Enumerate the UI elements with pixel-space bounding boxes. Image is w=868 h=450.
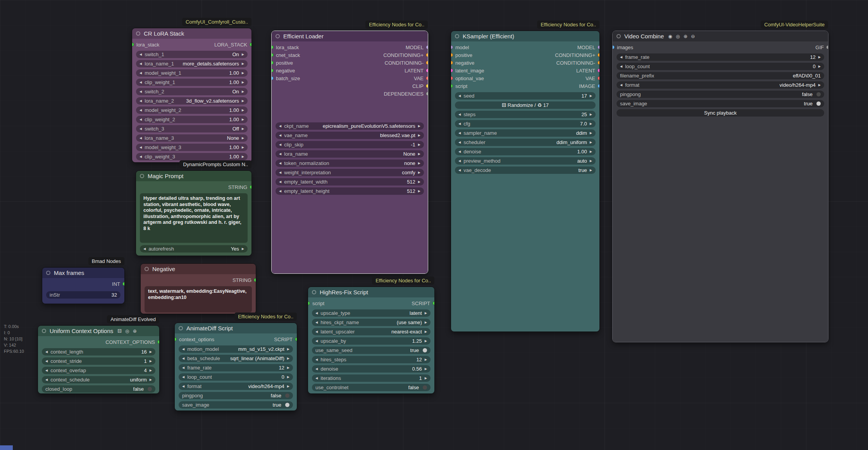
decrement-arrow[interactable]: ◀ (315, 340, 318, 343)
input-port-lora_stack[interactable] (132, 43, 134, 46)
decrement-arrow[interactable]: ◀ (279, 125, 281, 128)
increment-arrow[interactable]: ▶ (425, 358, 427, 361)
widget-weight_interpretation[interactable]: ◀weight_interpretationcomfy▶ (276, 169, 424, 176)
widget-denoise[interactable]: ◀denoise1.00▶ (455, 148, 596, 155)
output-port-lora_stack[interactable] (250, 43, 251, 46)
node-header[interactable]: Uniform Context Options ⚄ ◎ ⊕ (38, 326, 159, 336)
toggle-dot[interactable] (285, 403, 289, 407)
node-highres-fix-script[interactable]: Efficiency Nodes for Co.. HighRes-Fix Sc… (308, 287, 435, 394)
increment-arrow[interactable]: ▶ (418, 180, 420, 184)
decrement-arrow[interactable]: ◀ (458, 113, 461, 116)
input-port-negative[interactable] (272, 69, 274, 72)
input-port-lora_stack[interactable] (272, 45, 274, 49)
output-port-int[interactable] (122, 282, 124, 286)
widget-seed[interactable]: ◀seed17▶ (455, 92, 596, 100)
output-port-model[interactable] (598, 45, 599, 49)
widget-loop_count[interactable]: ◀loop_count0▶ (617, 63, 824, 70)
widget-use_controlnet[interactable]: use_controlnetfalse (312, 384, 431, 391)
increment-arrow[interactable]: ▶ (590, 132, 592, 135)
widget-steps[interactable]: ◀steps25▶ (455, 111, 596, 118)
collapse-dot[interactable] (276, 34, 280, 38)
input-port-positive[interactable] (451, 53, 453, 57)
widget-model_weight_3[interactable]: ◀model_weight_31.00▶ (136, 144, 248, 151)
decrement-arrow[interactable]: ◀ (140, 53, 142, 56)
widget-lora_name_1[interactable]: ◀lora_name_1more_details.safetensors▶ (136, 60, 248, 67)
increment-arrow[interactable]: ▶ (287, 357, 289, 360)
widget-scheduler[interactable]: ◀schedulerddim_uniform▶ (455, 139, 596, 146)
output-port-vae[interactable] (598, 76, 599, 80)
widget-switch_3[interactable]: ◀switch_3Off▶ (136, 125, 248, 132)
collapse-dot[interactable] (455, 34, 459, 38)
input-port-latent_image[interactable] (451, 69, 453, 72)
decrement-arrow[interactable]: ◀ (458, 132, 461, 135)
decrement-arrow[interactable]: ◀ (279, 162, 281, 165)
toggle-dot[interactable] (285, 393, 289, 398)
increment-arrow[interactable]: ▶ (242, 118, 244, 121)
widget-preview_method[interactable]: ◀preview_methodauto▶ (455, 157, 596, 165)
increment-arrow[interactable]: ▶ (425, 321, 427, 324)
output-port-clip[interactable] (426, 84, 428, 88)
widget-model_weight_1[interactable]: ◀model_weight_11.00▶ (136, 69, 248, 77)
text-area[interactable]: Hyper detailed ultra sharp, trending on … (140, 193, 248, 243)
decrement-arrow[interactable]: ◀ (182, 357, 184, 360)
increment-arrow[interactable]: ▶ (418, 162, 420, 165)
node-header[interactable]: Video Combine ◉ ◎ ⊕ ⊖ (613, 31, 828, 41)
node-header[interactable]: Efficient Loader (272, 31, 428, 41)
decrement-arrow[interactable]: ◀ (279, 153, 281, 156)
collapse-dot[interactable] (179, 326, 183, 330)
decrement-arrow[interactable]: ◀ (140, 62, 142, 65)
widget-upscale_type[interactable]: ◀upscale_typelatent▶ (312, 309, 431, 317)
collapse-dot[interactable] (136, 31, 140, 36)
increment-arrow[interactable]: ▶ (150, 369, 152, 372)
input-port-cnet_stack[interactable] (272, 53, 274, 57)
widget-filename_prefix[interactable]: filename_prefixeffAD\00_01 (617, 72, 824, 79)
node-cr-lora-stack[interactable]: ComfyUI_Comfyroll_Custo.. CR LoRA Stack … (132, 28, 252, 163)
widget-format[interactable]: ◀formatvideo/h264-mp4▶ (617, 81, 824, 89)
decrement-arrow[interactable]: ◀ (182, 348, 184, 351)
widget-pingpong[interactable]: pingpongfalse (617, 91, 824, 98)
widget-clip_weight_3[interactable]: ◀clip_weight_31.00▶ (136, 153, 248, 160)
widget-inStr[interactable]: inStr32 (46, 291, 121, 299)
node-ksampler-efficient[interactable]: Efficiency Nodes for Co.. KSampler (Effi… (451, 31, 600, 332)
increment-arrow[interactable]: ▶ (287, 366, 289, 369)
decrement-arrow[interactable]: ◀ (315, 330, 318, 333)
node-header[interactable]: Negative (141, 264, 256, 274)
widget-button-sync_playback[interactable]: Sync playback (617, 109, 824, 117)
decrement-arrow[interactable]: ◀ (279, 134, 281, 137)
decrement-arrow[interactable]: ◀ (279, 190, 281, 193)
widget-switch_2[interactable]: ◀switch_2On▶ (136, 88, 248, 95)
widget-upscale_by[interactable]: ◀upscale_by1.25▶ (312, 337, 431, 345)
input-port-positive[interactable] (272, 61, 274, 65)
decrement-arrow[interactable]: ◀ (315, 312, 318, 315)
widget-motion_model[interactable]: ◀motion_modelmm_sd_v15_v2.ckpt▶ (179, 345, 293, 353)
decrement-arrow[interactable]: ◀ (315, 368, 318, 371)
widget-cfg[interactable]: ◀cfg7.0▶ (455, 120, 596, 127)
output-port-gif[interactable] (826, 45, 828, 49)
decrement-arrow[interactable]: ◀ (140, 127, 142, 131)
decrement-arrow[interactable]: ◀ (143, 247, 146, 251)
increment-arrow[interactable]: ▶ (418, 153, 420, 156)
increment-arrow[interactable]: ▶ (287, 385, 289, 388)
widget-hires_steps[interactable]: ◀hires_steps12▶ (312, 356, 431, 363)
input-port-script[interactable] (308, 301, 310, 305)
decrement-arrow[interactable]: ◀ (140, 118, 142, 121)
widget-empty_latent_height[interactable]: ◀empty_latent_height512▶ (276, 187, 424, 195)
output-port-string[interactable] (250, 185, 251, 189)
decrement-arrow[interactable]: ◀ (458, 150, 461, 153)
decrement-arrow[interactable]: ◀ (279, 171, 281, 174)
toggle-dot[interactable] (423, 385, 427, 390)
widget-switch_1[interactable]: ◀switch_1On▶ (136, 51, 248, 58)
decrement-arrow[interactable]: ◀ (279, 143, 281, 146)
graph-canvas[interactable]: ComfyUI_Comfyroll_Custo.. CR LoRA Stack … (0, 0, 868, 450)
increment-arrow[interactable]: ▶ (242, 109, 244, 112)
widget-denoise[interactable]: ◀denoise0.56▶ (312, 365, 431, 373)
node-header[interactable]: KSampler (Efficient) (451, 31, 599, 41)
decrement-arrow[interactable]: ◀ (182, 376, 184, 379)
widget-lora_name[interactable]: ◀lora_nameNone▶ (276, 150, 424, 158)
toggle-dot[interactable] (816, 101, 821, 106)
input-port-batch_size[interactable] (272, 76, 274, 80)
toggle-dot[interactable] (423, 348, 427, 352)
decrement-arrow[interactable]: ◀ (620, 56, 622, 59)
output-port-conditioning-[interactable] (598, 61, 599, 65)
output-port-conditioning-[interactable] (426, 61, 428, 65)
